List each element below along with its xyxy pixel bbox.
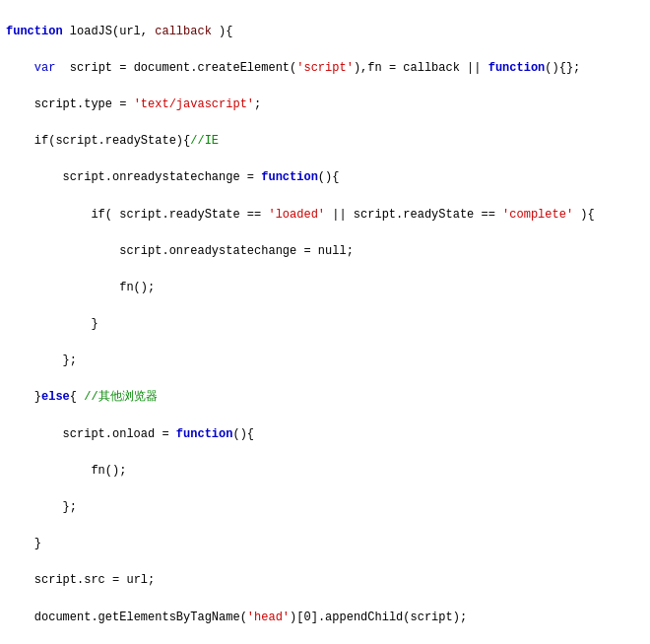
main-container: function loadJS(url, callback ){ var scr…: [0, 0, 650, 644]
kw-function: function: [6, 25, 63, 38]
code-editor: function loadJS(url, callback ){ var scr…: [0, 0, 650, 644]
